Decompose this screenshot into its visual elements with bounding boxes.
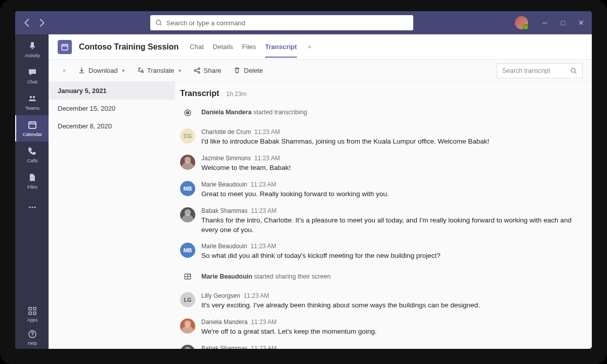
transcript-entry: MBMarie Beaudouin 11:23 AMSo what did yo… — [180, 243, 577, 261]
avatar — [180, 207, 195, 222]
transcript-entry: Babak Shammas 11:23 AMThanks for the int… — [180, 345, 577, 349]
svg-rect-10 — [33, 312, 36, 314]
tab-details[interactable]: Details — [213, 36, 233, 58]
tab-transcript[interactable]: Transcript — [265, 36, 297, 58]
avatar — [180, 345, 195, 349]
tab-files[interactable]: Files — [242, 36, 256, 58]
titlebar: Search or type a command ─ □ ✕ — [15, 11, 592, 34]
add-tab-button[interactable]: ＋ — [304, 42, 315, 52]
svg-point-18 — [187, 112, 189, 114]
nav-back-button[interactable] — [21, 17, 33, 29]
meeting-tabs: ChatDetailsFilesTranscript — [190, 36, 297, 58]
svg-point-2 — [33, 96, 35, 98]
avatar — [180, 155, 195, 170]
svg-rect-3 — [29, 122, 36, 128]
search-placeholder: Search or type a command — [166, 19, 245, 27]
svg-point-14 — [198, 68, 199, 69]
meeting-icon — [58, 40, 72, 54]
svg-point-4 — [29, 206, 30, 208]
record-icon — [180, 105, 195, 120]
date-item[interactable]: December 8, 2020 — [49, 117, 175, 135]
main-panel: Contoso Training Session ChatDetailsFile… — [49, 34, 592, 349]
transcript-text: Welcome to the team, Babak! — [201, 163, 577, 173]
transcript-duration: 1h 23m — [226, 90, 246, 98]
svg-rect-9 — [29, 312, 31, 314]
svg-point-0 — [156, 20, 161, 25]
transcript-text: It's very exciting. I've already been th… — [201, 301, 577, 310]
svg-rect-8 — [33, 307, 36, 310]
window-controls: ─ □ ✕ — [539, 19, 587, 27]
search-transcript-input[interactable]: Search transcript — [497, 63, 583, 78]
transcript-text: We're off to a great start. Let's keep t… — [201, 327, 577, 337]
rail-calls[interactable]: Calls — [15, 142, 49, 168]
transcript-entry: Jazmine Simmons 11:23 AMWelcome to the t… — [180, 155, 577, 173]
transcript-entry: CGCharlotte de Crum 11:23 AMI'd like to … — [180, 128, 577, 147]
date-item[interactable]: December 15, 2020 — [49, 100, 175, 117]
svg-point-13 — [194, 70, 196, 71]
svg-rect-7 — [29, 307, 31, 310]
transcript-entry: MBMarie Beaudouin 11:23 AMGreat to meet … — [180, 181, 577, 199]
hamburger-button[interactable] — [58, 64, 71, 77]
delete-button[interactable]: Delete — [228, 64, 268, 77]
avatar: MB — [180, 181, 195, 196]
rail-help[interactable]: Help — [15, 326, 49, 349]
transcript-text: I'd like to introduce Babak Shammas, joi… — [201, 137, 577, 147]
rail-apps[interactable]: Apps — [15, 302, 49, 326]
avatar: MB — [180, 243, 195, 258]
avatar — [180, 318, 195, 334]
minimize-button[interactable]: ─ — [539, 19, 550, 27]
download-button[interactable]: Download▾ — [73, 64, 129, 77]
rail-chat[interactable]: Chat — [15, 63, 49, 89]
svg-point-6 — [34, 206, 35, 208]
transcript-date-list: January 5, 2021December 15, 2020December… — [49, 82, 175, 349]
transcript-text: So what did you all think of today's kic… — [201, 251, 577, 261]
avatar: LG — [180, 292, 195, 307]
date-item[interactable]: January 5, 2021 — [49, 82, 175, 100]
transcript-toolbar: Download▾ Translate▾ Share Delete Search… — [49, 60, 592, 82]
rail-activity[interactable]: Activity — [15, 36, 49, 63]
transcript-text: Thanks for the intro, Charlotte. It's a … — [201, 216, 577, 235]
meeting-title: Contoso Training Session — [79, 42, 179, 52]
svg-point-16 — [571, 68, 575, 72]
meeting-header: Contoso Training Session ChatDetailsFile… — [49, 34, 592, 60]
nav-forward-button[interactable] — [35, 17, 48, 29]
share-screen-icon — [180, 269, 195, 284]
svg-point-1 — [30, 96, 32, 98]
transcript-entry: Babak Shammas 11:23 AMThanks for the int… — [180, 207, 577, 235]
global-search-input[interactable]: Search or type a command — [150, 15, 413, 30]
svg-point-15 — [198, 72, 199, 73]
user-avatar[interactable] — [515, 16, 528, 29]
share-button[interactable]: Share — [188, 64, 227, 77]
rail-calendar[interactable]: Calendar — [15, 115, 49, 142]
rail-more[interactable] — [15, 194, 49, 220]
avatar: CG — [180, 128, 195, 144]
transcript-system-event: Marie Beaudouin started sharing their sc… — [180, 269, 577, 284]
tab-chat[interactable]: Chat — [190, 36, 203, 58]
close-button[interactable]: ✕ — [576, 19, 587, 27]
transcript-pane: Transcript 1h 23m Daniela Mandera starte… — [175, 82, 592, 349]
maximize-button[interactable]: □ — [557, 19, 569, 27]
transcript-entry: LGLilly Georgsen 11:23 AMIt's very excit… — [180, 292, 577, 310]
transcript-heading: Transcript — [180, 89, 219, 98]
rail-teams[interactable]: Teams — [15, 89, 49, 115]
transcript-system-event: Daniela Mandera started transcribing — [180, 105, 577, 120]
rail-files[interactable]: Files — [15, 168, 49, 194]
svg-rect-12 — [62, 44, 68, 50]
transcript-entry: Daniela Mandera 11:23 AMWe're off to a g… — [180, 318, 577, 337]
svg-point-5 — [31, 206, 33, 208]
transcript-text: Great to meet you. Really looking forwar… — [201, 190, 577, 199]
translate-button[interactable]: Translate▾ — [132, 64, 186, 77]
app-rail: ActivityChatTeamsCalendarCallsFilesAppsH… — [15, 34, 49, 349]
